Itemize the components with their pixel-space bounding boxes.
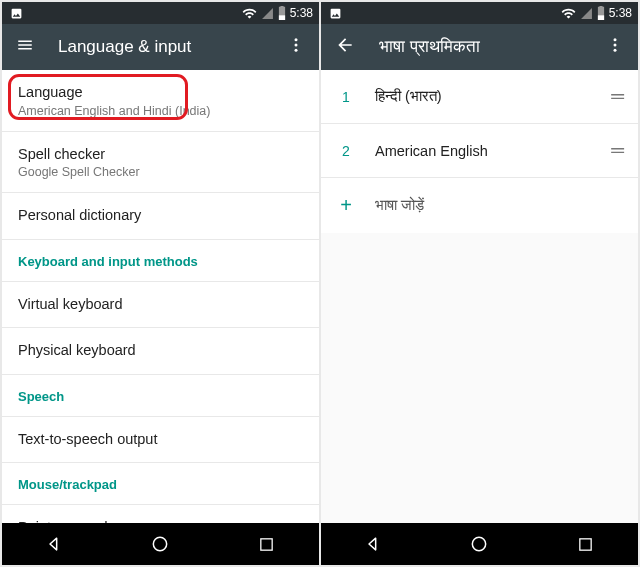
image-icon (10, 7, 23, 20)
overflow-icon[interactable] (606, 36, 624, 58)
overflow-icon[interactable] (287, 36, 305, 58)
phone-left: 5:38 Language & input Language American … (2, 2, 319, 565)
nav-bar (321, 523, 638, 565)
item-title: Language (18, 83, 303, 103)
image-icon (329, 7, 342, 20)
lang-index: 1 (337, 89, 355, 105)
item-subtitle: Google Spell Checker (18, 165, 303, 179)
item-subtitle: American English and Hindi (India) (18, 104, 303, 118)
signal-icon (580, 7, 593, 20)
settings-list: Language American English and Hindi (Ind… (2, 70, 319, 523)
setting-pointer-speed[interactable]: Pointer speed (2, 505, 319, 523)
wifi-icon (561, 6, 576, 21)
svg-point-8 (473, 537, 486, 550)
section-keyboard: Keyboard and input methods (2, 240, 319, 282)
signal-icon (261, 7, 274, 20)
setting-physical-keyboard[interactable]: Physical keyboard (2, 328, 319, 375)
status-bar: 5:38 (2, 2, 319, 24)
svg-point-1 (295, 44, 298, 47)
setting-spell-checker[interactable]: Spell checker Google Spell Checker (2, 132, 319, 194)
lang-label: हिन्दी (भारत) (375, 88, 591, 105)
setting-personal-dictionary[interactable]: Personal dictionary (2, 193, 319, 240)
drag-handle-icon[interactable]: ═ (611, 86, 622, 107)
setting-tts[interactable]: Text-to-speech output (2, 417, 319, 464)
item-title: Spell checker (18, 145, 303, 165)
wifi-icon (242, 6, 257, 21)
item-title: Personal dictionary (18, 206, 303, 226)
back-icon[interactable] (335, 35, 355, 59)
page-title: भाषा प्राथमिकता (379, 37, 582, 57)
add-language[interactable]: + भाषा जोड़ें (321, 178, 638, 233)
status-time: 5:38 (290, 6, 313, 20)
item-title: Pointer speed (18, 518, 303, 523)
nav-home[interactable] (130, 523, 190, 565)
language-list: 1 हिन्दी (भारत) ═ 2 American English ═ +… (321, 70, 638, 523)
item-title: Virtual keyboard (18, 295, 303, 315)
svg-point-3 (154, 537, 167, 550)
toolbar: भाषा प्राथमिकता (321, 24, 638, 70)
nav-home[interactable] (449, 523, 509, 565)
battery-icon (278, 6, 286, 20)
lang-index: 2 (337, 143, 355, 159)
section-mouse: Mouse/trackpad (2, 463, 319, 505)
language-row[interactable]: 2 American English ═ (321, 124, 638, 178)
nav-recent[interactable] (236, 523, 296, 565)
battery-icon (597, 6, 605, 20)
svg-point-2 (295, 49, 298, 52)
nav-recent[interactable] (555, 523, 615, 565)
lang-label: American English (375, 143, 591, 159)
nav-bar (2, 523, 319, 565)
nav-back[interactable] (25, 523, 85, 565)
svg-point-7 (614, 49, 617, 52)
plus-icon: + (337, 194, 355, 217)
nav-back[interactable] (344, 523, 404, 565)
svg-point-0 (295, 38, 298, 41)
menu-icon[interactable] (16, 36, 34, 58)
item-title: Physical keyboard (18, 341, 303, 361)
setting-language[interactable]: Language American English and Hindi (Ind… (2, 70, 319, 132)
page-title: Language & input (58, 37, 263, 57)
svg-rect-9 (579, 538, 590, 549)
status-time: 5:38 (609, 6, 632, 20)
svg-rect-4 (260, 538, 271, 549)
drag-handle-icon[interactable]: ═ (611, 140, 622, 161)
add-label: भाषा जोड़ें (375, 197, 622, 214)
phone-right: 5:38 भाषा प्राथमिकता 1 हिन्दी (भारत) ═ 2… (321, 2, 638, 565)
setting-virtual-keyboard[interactable]: Virtual keyboard (2, 282, 319, 329)
svg-point-6 (614, 44, 617, 47)
section-speech: Speech (2, 375, 319, 417)
svg-point-5 (614, 38, 617, 41)
toolbar: Language & input (2, 24, 319, 70)
item-title: Text-to-speech output (18, 430, 303, 450)
language-row[interactable]: 1 हिन्दी (भारत) ═ (321, 70, 638, 124)
status-bar: 5:38 (321, 2, 638, 24)
